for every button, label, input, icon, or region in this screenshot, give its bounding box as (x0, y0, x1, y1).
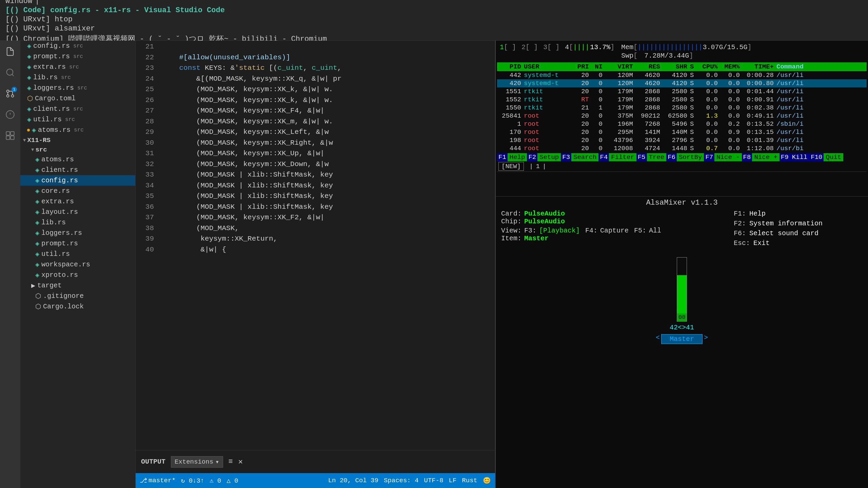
warnings-count[interactable]: △ 0 (227, 476, 238, 485)
sidebar-item-config-src[interactable]: ◈ config.rssrc (20, 41, 135, 51)
encoding[interactable]: UTF-8 (424, 477, 443, 484)
activity-extensions[interactable] (3, 128, 18, 143)
sidebar: ◈ config.rssrc ◈ prompt.rssrc ◈ extra.rs… (20, 41, 136, 488)
activity-explorer[interactable] (3, 44, 18, 59)
svg-point-0 (7, 69, 13, 76)
sidebar-src-group[interactable]: ▼ src (20, 145, 135, 154)
alsa-fader-fill (677, 275, 687, 313)
sidebar-item-loggers[interactable]: ◈ loggers.rs (20, 228, 135, 238)
htop-process-row[interactable]: 444 root 20 0 12008 4724 1448 S 0.7 0.0 … (497, 144, 867, 152)
sidebar-group-x11rs[interactable]: ▼ X11-RS (20, 135, 135, 145)
fn-filter[interactable]: F4Filter (598, 153, 636, 161)
sidebar-item-config[interactable]: ◈ config.rs (20, 175, 135, 186)
alsa-fader: 00 (672, 254, 692, 322)
arrow-right[interactable]: > (704, 334, 708, 342)
sidebar-item-layout[interactable]: ◈ layout.rs (20, 207, 135, 217)
htop-process-row[interactable]: 420 systemd-t 20 0 120M 4620 4120 S 0.0 … (497, 79, 867, 87)
fn-quit[interactable]: F10Quit (809, 153, 843, 161)
cursor: | (35, 0, 39, 5)
code-line-22: #[allow(unused_variables)] (162, 52, 495, 63)
tab-vscode[interactable]: [() Code] config.rs - x11-rs - Visual St… (5, 6, 225, 15)
sidebar-item-gitignore[interactable]: ⬡ .gitignore (20, 291, 135, 301)
sidebar-item-atoms[interactable]: ◈ atoms.rs (20, 154, 135, 165)
fn-sortby[interactable]: F6SortBy (666, 153, 704, 161)
code-line-33: (MOD_MASK | xlib::ShiftMask, key (162, 169, 495, 180)
fn-search[interactable]: F3Search (561, 153, 598, 161)
alsa-item-row: Item: Master (501, 235, 734, 242)
sidebar-item-prompt[interactable]: ◈ prompt.rs (20, 238, 135, 249)
svg-rect-9 (6, 131, 9, 135)
tab-alsamixer[interactable]: [() URxvt] alsamixer (5, 24, 95, 33)
sidebar-item-target[interactable]: ▶ target (20, 280, 135, 291)
code-line-26: (MOD_MASK, keysym::XK_k, &|w| w. (162, 95, 495, 106)
sidebar-item-client[interactable]: ◈ client.rs (20, 165, 135, 175)
fn-help[interactable]: F1Help (497, 153, 527, 161)
code-line-36: (MOD_MASK | xlib::ShiftMask, key (162, 202, 495, 212)
code-line-40: &|w| { (162, 244, 495, 255)
fn-tree[interactable]: F5Tree (636, 153, 666, 161)
file-icon: ◈ (35, 271, 39, 279)
sidebar-item-xproto[interactable]: ◈ xproto.rs (20, 270, 135, 280)
alsa-channel-name: Master (661, 334, 703, 344)
git-branch[interactable]: ⎇ master* (140, 476, 176, 485)
line-ending[interactable]: LF (449, 477, 457, 484)
htop-process-row[interactable]: 170 root 20 0 295M 141M 140M S 0.0 0.9 0… (497, 128, 867, 136)
file-icon: ◈ (35, 166, 39, 174)
fn-nice-minus[interactable]: F7Nice - (704, 153, 742, 161)
sidebar-item-client-src[interactable]: ◈ client.rssrc (20, 104, 135, 114)
sidebar-item-atoms-src[interactable]: ◈ atoms.rssrc (20, 125, 135, 135)
errors-count[interactable]: ⚠ 0 (210, 476, 221, 485)
output-dropdown[interactable]: Extensions ▾ (171, 456, 223, 468)
activity-debug[interactable] (3, 107, 18, 122)
activity-search[interactable] (3, 65, 18, 80)
sidebar-item-lib-src[interactable]: ◈ lib.rssrc (20, 72, 135, 83)
activity-git[interactable]: 1 (3, 86, 18, 101)
sidebar-item-prompt-src[interactable]: ◈ prompt.rssrc (20, 51, 135, 62)
htop-new-tab[interactable]: [NEW] (498, 162, 524, 171)
fn-setup[interactable]: F2Setup (527, 153, 561, 161)
htop-process-row[interactable]: 1552 rtkit RT 0 179M 2868 2580 S 0.0 0.0… (497, 96, 867, 104)
sidebar-item-workspace[interactable]: ◈ workspace.rs (20, 259, 135, 270)
language[interactable]: Rust (462, 477, 477, 484)
alsa-channel-arrows: < Master > (656, 331, 708, 344)
alsa-volume-label: 42<>41 (670, 324, 694, 331)
tab-htop[interactable]: [() URxvt] htop (5, 15, 73, 24)
code-line-39: keysym::XK_Return, (162, 233, 495, 244)
emoji-feedback[interactable]: 😊 (483, 476, 491, 485)
col-shr-header: SHR (663, 63, 690, 70)
sidebar-item-core[interactable]: ◈ core.rs (20, 186, 135, 196)
spaces[interactable]: Spaces: 4 (384, 477, 419, 484)
sidebar-item-loggers-src[interactable]: ◈ loggers.rssrc (20, 83, 135, 93)
file-icon: ◈ (35, 176, 39, 185)
htop-process-row[interactable]: 442 systemd-t 20 0 120M 4620 4120 S 0.0 … (497, 71, 867, 79)
ln-col[interactable]: Ln 20, Col 39 (328, 477, 378, 484)
sidebar-item-util[interactable]: ◈ util.rs (20, 249, 135, 259)
htop-process-row[interactable]: 1551 rtkit 20 0 179M 2868 2580 S 0.0 0.0… (497, 87, 867, 96)
htop-process-row[interactable]: 1550 rtkit 21 1 179M 2868 2580 S 0.0 0.0… (497, 104, 867, 112)
fn-nice-plus[interactable]: F8Nice + (742, 153, 780, 161)
filter-icon[interactable]: ≡ (229, 458, 233, 466)
arrow-left[interactable]: < (656, 334, 660, 342)
htop-process-row[interactable]: 1 root 20 0 196M 7268 5496 S 0.0 0.2 0:1… (497, 120, 867, 128)
file-icon: ⬡ (35, 302, 41, 311)
sidebar-item-extra-src[interactable]: ◈ extra.rssrc (20, 62, 135, 72)
col-ni-header: NI (592, 63, 605, 70)
sidebar-item-extra[interactable]: ◈ extra.rs (20, 196, 135, 207)
sync-status[interactable]: ↻ 0↓3↑ (181, 476, 204, 485)
htop-process-row[interactable]: 198 root 20 0 43796 3924 2796 S 0.0 0.0 … (497, 136, 867, 144)
sidebar-item-cargo-toml[interactable]: ⬡ Cargo.toml (20, 93, 135, 104)
htop-process-row[interactable]: 25841 root 20 0 375M 90212 62580 S 1.3 0… (497, 112, 867, 120)
sidebar-item-util-src[interactable]: ◈ util.rssrc (20, 114, 135, 125)
file-icon: ⬡ (27, 94, 33, 103)
col-time-header: TIME+ (743, 63, 776, 70)
file-icon: ◈ (32, 126, 36, 134)
close-panel-icon[interactable]: ✕ (238, 457, 243, 466)
sidebar-item-cargolock[interactable]: ⬡ Cargo.lock (20, 301, 135, 312)
code-line-30: (MOD_MASK, keysym::XK_Right, &|w (162, 138, 495, 148)
file-icon: ◈ (35, 187, 39, 195)
fn-kill[interactable]: F9Kill (780, 153, 809, 161)
col-s-header: S (690, 63, 698, 70)
sidebar-item-lib[interactable]: ◈ lib.rs (20, 217, 135, 228)
code-content[interactable]: #[allow(unused_variables)] const KEYS: &… (159, 41, 495, 450)
svg-rect-12 (11, 136, 14, 140)
